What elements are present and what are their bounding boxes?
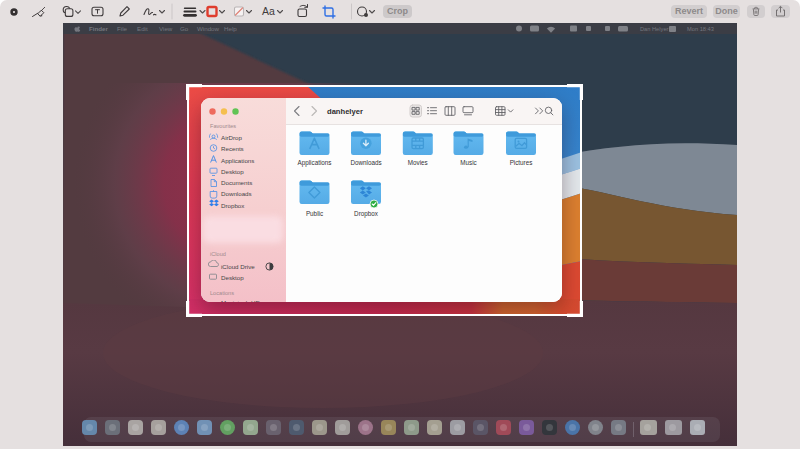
svg-text:Aa: Aa <box>262 5 275 17</box>
